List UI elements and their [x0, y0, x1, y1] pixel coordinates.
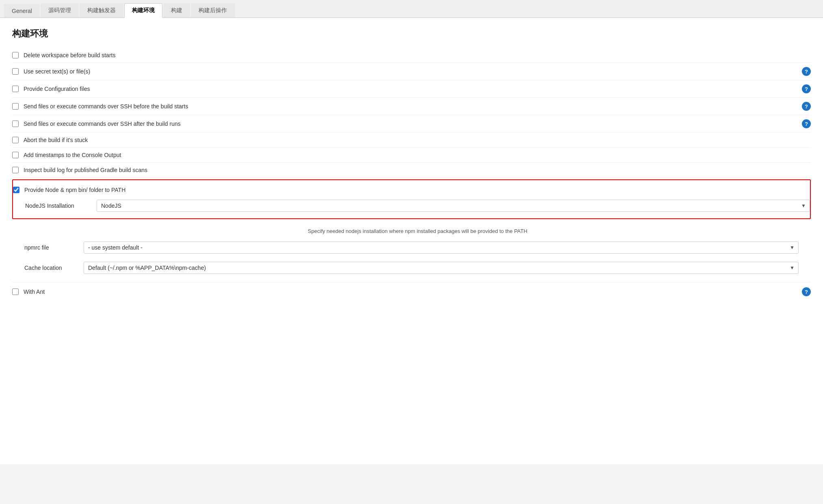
checkbox-label-use-secret: Use secret text(s) or file(s) — [24, 68, 798, 75]
tab-source[interactable]: 源码管理 — [41, 3, 79, 17]
with-ant-row: With Ant ? — [12, 282, 811, 301]
with-ant-checkbox[interactable] — [12, 289, 19, 295]
page-title: 构建环境 — [12, 28, 811, 40]
cache-location-select-wrapper: Default (~/.npm or %APP_DATA%\npm-cache)… — [84, 262, 799, 274]
checkbox-row-delete-workspace: Delete workspace before build starts — [12, 48, 811, 63]
npmrc-label: npmrc file — [24, 244, 77, 251]
checkbox-inspect-gradle[interactable] — [12, 167, 19, 173]
description-text: Specify needed nodejs installation where… — [24, 225, 799, 237]
help-icon-use-secret[interactable]: ? — [802, 67, 811, 76]
checkbox-row-abort-stuck: Abort the build if it's stuck — [12, 133, 811, 148]
tab-bar: General源码管理构建触发器构建环境构建构建后操作 — [0, 0, 823, 18]
sub-form-section: Specify needed nodejs installation where… — [12, 221, 811, 282]
installation-label: NodeJS Installation — [25, 202, 90, 209]
tab-triggers[interactable]: 构建触发器 — [80, 3, 123, 17]
npmrc-select[interactable]: - use system default - — [84, 241, 799, 254]
node-checkbox-row: Provide Node & npm bin/ folder to PATH — [13, 183, 810, 196]
tab-env[interactable]: 构建环境 — [124, 3, 162, 18]
node-installation-row: NodeJS Installation NodeJS ▼ — [13, 196, 810, 214]
with-ant-label: With Ant — [24, 289, 798, 295]
help-icon-send-files-after[interactable]: ? — [802, 119, 811, 128]
checkbox-row-inspect-gradle: Inspect build log for published Gradle b… — [12, 163, 811, 178]
checkbox-row-use-secret: Use secret text(s) or file(s)? — [12, 63, 811, 80]
checkbox-label-send-files-after: Send files or execute commands over SSH … — [24, 121, 798, 127]
checkbox-row-provide-config: Provide Configuration files? — [12, 80, 811, 98]
page-content: 构建环境 Delete workspace before build start… — [0, 18, 823, 464]
npmrc-row: npmrc file - use system default - ▼ — [24, 237, 799, 258]
node-checkbox-label: Provide Node & npm bin/ folder to PATH — [24, 187, 810, 193]
cache-location-select[interactable]: Default (~/.npm or %APP_DATA%\npm-cache) — [84, 262, 799, 274]
checkbox-abort-stuck[interactable] — [12, 137, 19, 143]
checkbox-label-inspect-gradle: Inspect build log for published Gradle b… — [24, 167, 811, 173]
cache-location-label: Cache location — [24, 265, 77, 271]
checkbox-provide-config[interactable] — [12, 86, 19, 92]
checkbox-use-secret[interactable] — [12, 68, 19, 75]
help-icon-provide-config[interactable]: ? — [802, 84, 811, 93]
tab-general[interactable]: General — [4, 4, 40, 17]
checkbox-send-files-before[interactable] — [12, 103, 19, 110]
installation-select[interactable]: NodeJS — [97, 200, 810, 212]
checkbox-label-abort-stuck: Abort the build if it's stuck — [24, 137, 811, 143]
with-ant-help-icon[interactable]: ? — [802, 287, 811, 296]
checkbox-label-delete-workspace: Delete workspace before build starts — [24, 52, 811, 58]
checkbox-row-send-files-after: Send files or execute commands over SSH … — [12, 115, 811, 133]
tab-build[interactable]: 构建 — [163, 3, 190, 17]
checkbox-send-files-after[interactable] — [12, 121, 19, 127]
node-checkbox[interactable] — [13, 187, 19, 193]
npmrc-select-wrapper: - use system default - ▼ — [84, 241, 799, 254]
checkbox-timestamps[interactable] — [12, 152, 19, 158]
cache-location-row: Cache location Default (~/.npm or %APP_D… — [24, 258, 799, 278]
help-icon-send-files-before[interactable]: ? — [802, 102, 811, 111]
checkbox-label-send-files-before: Send files or execute commands over SSH … — [24, 103, 798, 110]
checkbox-label-timestamps: Add timestamps to the Console Output — [24, 152, 811, 158]
checkbox-list: Delete workspace before build startsUse … — [12, 48, 811, 178]
installation-select-wrapper: NodeJS ▼ — [97, 200, 810, 212]
checkbox-row-timestamps: Add timestamps to the Console Output — [12, 148, 811, 163]
tab-post[interactable]: 构建后操作 — [191, 3, 235, 17]
checkbox-row-send-files-before: Send files or execute commands over SSH … — [12, 98, 811, 115]
checkbox-delete-workspace[interactable] — [12, 52, 19, 58]
highlighted-section: Provide Node & npm bin/ folder to PATH N… — [12, 179, 811, 219]
checkbox-label-provide-config: Provide Configuration files — [24, 86, 798, 92]
